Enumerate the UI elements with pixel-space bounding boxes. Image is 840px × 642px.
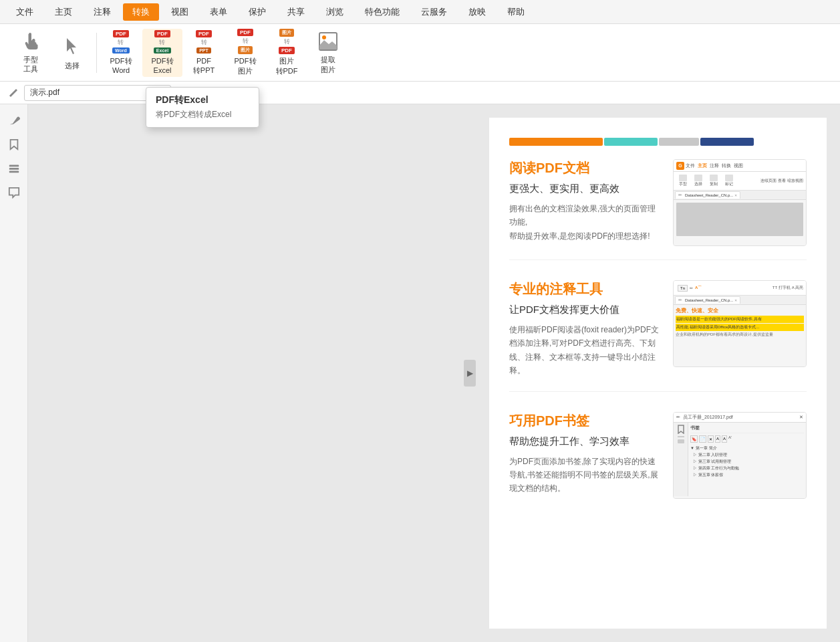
mini-annot-toolbar: Tn ✏ A⌒ TT 打字机A 高亮 bbox=[674, 281, 806, 296]
pdf-to-excel-label: PDF转 Excel bbox=[152, 56, 174, 76]
left-sidebar bbox=[0, 104, 28, 642]
sidebar-layers-button[interactable] bbox=[3, 158, 25, 179]
menu-share[interactable]: 共享 bbox=[278, 3, 314, 21]
svg-rect-3 bbox=[9, 168, 18, 170]
pdf-to-word-icon: PDF 转 Word bbox=[109, 30, 133, 54]
mini-bk-rule bbox=[678, 436, 684, 437]
toolbar-divider-1 bbox=[96, 33, 97, 73]
mini-annot-a: A⌒ bbox=[695, 285, 702, 291]
menu-annotate[interactable]: 注释 bbox=[84, 3, 120, 21]
menu-help[interactable]: 帮助 bbox=[498, 3, 534, 21]
sidebar-pen-button[interactable] bbox=[3, 110, 25, 131]
select-tool-button[interactable]: 选择 bbox=[52, 29, 92, 77]
pdf-read-subtitle: 更强大、更实用、更高效 bbox=[509, 183, 660, 195]
pdf-to-word-button[interactable]: PDF 转 Word PDF转 Word bbox=[101, 29, 141, 77]
topbar-gray bbox=[659, 138, 699, 146]
mini-bk-tree: ▼第一章 简介 ▷ 第二章 入职管理 ▷ 第三章 试用期管理 ▷ 第四章 工作行… bbox=[690, 445, 804, 478]
mini-bk-header-bar: ✏ 员工手册_20120917.pdf ✕ bbox=[674, 413, 806, 423]
pdf-to-ppt-button[interactable]: PDF 转 PPT PDF 转PPT bbox=[184, 29, 224, 77]
mini-logo: G bbox=[676, 162, 684, 170]
tooltip-description: 将PDF文档转成Excel bbox=[156, 109, 249, 120]
mini-normal-text: 企业和政府机构的PDF都有着高求的商设计,提供监监量 bbox=[676, 332, 804, 338]
pdf-bookmark-desc: 为PDF页面添加书签,除了实现内容的快速导航,书签还能指明不同书签的层级关系,展… bbox=[509, 455, 660, 496]
mini-bookmark-ui: ✏ 员工手册_20120917.pdf ✕ 书签 bbox=[674, 413, 806, 498]
collapse-button[interactable]: ▶ bbox=[464, 360, 476, 387]
menu-home[interactable]: 主页 bbox=[45, 3, 82, 21]
mini-annot-t: Tn bbox=[678, 285, 688, 292]
blank-area: ▶ bbox=[28, 104, 469, 642]
mini-bk-content: 书签 🔖 📄 ✕ A A A' ▼第一章 bbox=[688, 423, 806, 496]
pdf-bookmark-title: 巧用PDF书签 bbox=[509, 412, 660, 430]
pdf-bookmark-subtitle: 帮助您提升工作、学习效率 bbox=[509, 435, 660, 448]
image-to-pdf-label: 图片 转PDF bbox=[276, 56, 298, 76]
pdf-read-desc: 拥有出色的文档渲染效果,强大的页面管理功能,帮助提升效率,是您阅读PDF的理想选… bbox=[509, 202, 660, 243]
mini-annot-content: 免费、快速、安全 福昕阅读器是一款功能强大的PDF阅读软件,具有 高性能,福昕阅… bbox=[674, 305, 806, 340]
mini-bk-item-1: ▷ 第二章 入职管理 bbox=[690, 452, 804, 458]
mini-annot-edit-icon: ✏ bbox=[690, 286, 693, 290]
mini-annot-tab: ✏ Datasheet_Reader_CN.p... ✕ bbox=[674, 296, 806, 305]
topbar-navy bbox=[700, 138, 754, 146]
mini-bk-icon2 bbox=[678, 439, 684, 443]
menu-file[interactable]: 文件 bbox=[7, 3, 43, 21]
main-content: ▶ 阅读PDF文档 更强大、更实用、更高效 拥有出色的文档渲染效果,强大的页面管… bbox=[28, 104, 840, 642]
svg-rect-4 bbox=[9, 171, 18, 173]
hand-tool-label: 手型 工具 bbox=[23, 55, 38, 74]
mini-read-ui: G 文件主页注释转换视图 手型 选择 bbox=[674, 160, 806, 245]
mini-right-tools: 连续页面查看缩放视图 bbox=[760, 178, 803, 184]
tooltip-box: PDF转Excel 将PDF文档转成Excel bbox=[146, 87, 259, 128]
sidebar-comment-button[interactable] bbox=[3, 182, 25, 203]
menu-form[interactable]: 表单 bbox=[200, 3, 237, 21]
mini-bk-sidebar bbox=[674, 423, 688, 496]
mini-bk-icon bbox=[677, 425, 685, 434]
extract-image-button[interactable]: 提取 图片 bbox=[308, 29, 348, 77]
pdf-to-ppt-icon: PDF 转 PPT bbox=[192, 30, 216, 54]
menu-slideshow[interactable]: 放映 bbox=[459, 3, 495, 21]
mini-doc-content bbox=[676, 203, 803, 236]
pdf-section-bookmark-text: 巧用PDF书签 帮助您提升工作、学习效率 为PDF页面添加书签,除了实现内容的快… bbox=[509, 412, 660, 499]
svg-point-1 bbox=[322, 35, 326, 39]
mini-highlight-text2: 高性能,福昕阅读器采用Office风格的选项卡式... bbox=[676, 324, 804, 331]
hand-tool-button[interactable]: 手型 工具 bbox=[11, 29, 51, 77]
pdf-to-image-label: PDF转 图片 bbox=[235, 56, 257, 76]
mini-bk-label: 书签 bbox=[690, 425, 804, 433]
pdf-section-annotate: 专业的注释工具 让PDF文档发挥更大价值 使用福昕PDF阅读器(foxit re… bbox=[509, 280, 807, 392]
mini-toolbar: 手型 选择 复制 标记 bbox=[674, 172, 806, 191]
topbar-orange bbox=[509, 138, 603, 146]
menu-cloud[interactable]: 云服务 bbox=[412, 3, 456, 21]
pdf-section-read: 阅读PDF文档 更强大、更实用、更高效 拥有出色的文档渲染效果,强大的页面管理功… bbox=[509, 159, 807, 260]
mini-annot-tools: Tn ✏ A⌒ bbox=[676, 285, 703, 292]
address-bar bbox=[0, 82, 840, 104]
pdf-read-image: G 文件主页注释转换视图 手型 选择 bbox=[673, 159, 807, 246]
sidebar-bookmark-button[interactable] bbox=[3, 134, 25, 155]
pdf-to-image-icon: PDF 转 图片 bbox=[233, 29, 257, 54]
menu-view[interactable]: 视图 bbox=[162, 3, 198, 21]
menu-protect[interactable]: 保护 bbox=[239, 3, 275, 21]
menu-features[interactable]: 特色功能 bbox=[356, 3, 409, 21]
select-tool-label: 选择 bbox=[65, 61, 80, 70]
menu-bar: 文件 主页 注释 转换 视图 表单 保护 共享 浏览 特色功能 云服务 放映 帮… bbox=[0, 0, 840, 24]
pdf-to-image-button[interactable]: PDF 转 图片 PDF转 图片 bbox=[225, 29, 265, 77]
mini-annot-right: TT 打字机A 高亮 bbox=[773, 285, 803, 291]
svg-rect-2 bbox=[9, 165, 18, 167]
pdf-to-ppt-label: PDF 转PPT bbox=[193, 56, 215, 76]
mini-bk-item-2: ▷ 第三章 试用期管理 bbox=[690, 459, 804, 465]
pdf-to-excel-button[interactable]: PDF 转 Excel PDF转 Excel bbox=[142, 29, 182, 77]
menu-browse[interactable]: 浏览 bbox=[317, 3, 353, 21]
pdf-section-annotate-text: 专业的注释工具 让PDF文档发挥更大价值 使用福昕PDF阅读器(foxit re… bbox=[509, 280, 660, 378]
mini-header: G 文件主页注释转换视图 bbox=[674, 160, 806, 172]
pdf-bookmark-image: ✏ 员工手册_20120917.pdf ✕ 书签 bbox=[673, 412, 807, 499]
pdf-to-excel-icon: PDF 转 Excel bbox=[150, 30, 174, 54]
mini-hand-btn: 手型 bbox=[676, 175, 690, 187]
pdf-annotate-subtitle: 让PDF文档发挥更大价值 bbox=[509, 304, 660, 316]
comment-icon bbox=[8, 187, 20, 199]
mini-bk-item-3: ▷ 第四章 工作行为与勤勉 bbox=[690, 465, 804, 471]
mini-tab: ✏ Datasheet_Reader_CN.p... ✕ bbox=[675, 191, 740, 199]
pdf-read-title: 阅读PDF文档 bbox=[509, 159, 660, 177]
pdf-annotate-desc: 使用福昕PDF阅读器(foxit reader)为PDF文档添加注释,可对PDF… bbox=[509, 323, 660, 378]
layers-icon bbox=[8, 163, 20, 175]
mini-copy-btn: 复制 bbox=[707, 175, 720, 187]
mini-highlight-text: 福昕阅读器是一款功能强大的PDF阅读软件,具有 bbox=[676, 316, 804, 323]
image-to-pdf-button[interactable]: 图片 转 PDF 图片 转PDF bbox=[267, 29, 307, 77]
bookmark-icon bbox=[9, 138, 19, 150]
menu-convert[interactable]: 转换 bbox=[123, 3, 159, 21]
